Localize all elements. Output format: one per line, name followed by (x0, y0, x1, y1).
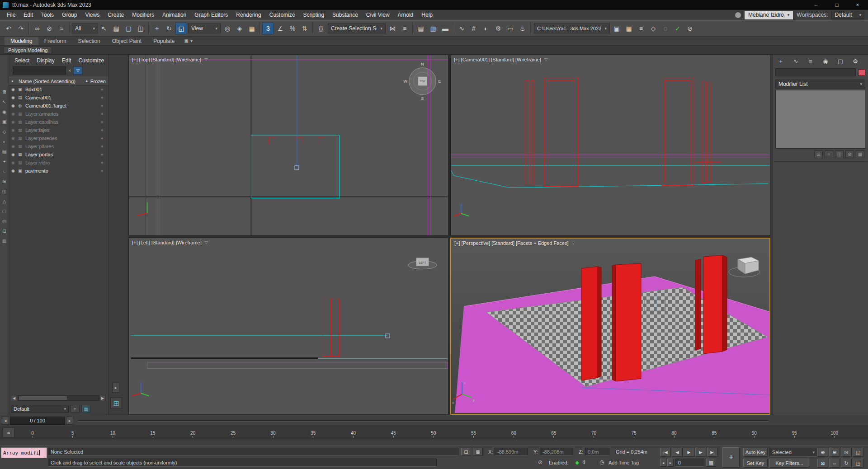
play-button[interactable]: ▶ (684, 448, 694, 457)
list-item[interactable]: ◉ ▦ Layer:pilares ∗ (9, 142, 108, 150)
x-coord-field[interactable]: -88,599m (495, 448, 528, 456)
filter-geometry-icon[interactable]: ▣ (1, 118, 8, 125)
visibility-eye-icon[interactable]: ◉ (11, 120, 18, 124)
viewport-perspective[interactable]: [+] [Perspective] [Standard] [Facets + E… (450, 238, 770, 415)
menu-item[interactable]: Customize (265, 12, 299, 18)
go-start-button[interactable]: |◀ (660, 448, 671, 457)
menu-item[interactable]: Civil View (362, 12, 394, 18)
list-item[interactable]: ◉ ▦ Layer:armarios ∗ (9, 110, 108, 118)
zoom-extents-icon[interactable]: ⊡ (841, 448, 852, 457)
menu-item[interactable]: Edit (19, 12, 37, 18)
frozen-state-icon[interactable]: ∗ (99, 87, 106, 92)
viewport-layout-2x2-button[interactable]: ⊞ (110, 397, 122, 409)
redo-icon[interactable]: ↷ (15, 23, 27, 34)
key-filters-button[interactable]: Key Filters... (769, 459, 809, 468)
ribbon-tab-populate[interactable]: Populate (147, 37, 180, 45)
viewport-top-label[interactable]: [+] [Top] [Standard] [Wireframe] (132, 57, 201, 62)
scrollbar-track[interactable] (18, 395, 99, 401)
verify-scene-icon[interactable]: ✓ (672, 23, 684, 34)
undo-icon[interactable]: ↶ (3, 23, 14, 34)
menu-item[interactable]: Animation (158, 12, 190, 18)
visibility-eye-icon[interactable]: ◉ (11, 160, 18, 165)
viewport-filter-icon[interactable]: ▽ (205, 240, 208, 245)
auto-key-button[interactable]: Auto Key (743, 448, 768, 457)
viewport-left[interactable]: [+] [Left] [Standard] [Wireframe] ▽ (128, 238, 448, 415)
modifier-stack[interactable] (775, 90, 865, 149)
maximize-viewport-icon[interactable]: ◳ (853, 459, 863, 468)
explorer-column-header[interactable]: ● Name (Sorted Ascending) ▲ Frozen (9, 77, 108, 85)
frozen-state-icon[interactable]: ∗ (99, 112, 106, 116)
edit-named-selections-icon[interactable]: {} (315, 23, 327, 34)
scrollbar-thumb[interactable] (19, 396, 67, 400)
layout-flyout-button[interactable]: ▸ (112, 383, 119, 393)
select-and-manipulate-icon[interactable]: ◈ (234, 23, 245, 34)
menu-item[interactable]: File (3, 12, 19, 18)
menu-item[interactable]: Arnold (394, 12, 418, 18)
add-time-tag[interactable]: Add Time Tag (609, 460, 639, 465)
list-item[interactable]: ◉ ◎ Camera001.Target ∗ (9, 102, 108, 110)
explorer-hscrollbar[interactable]: ◀ ▶ (11, 394, 106, 402)
ribbon-config-button[interactable]: ▣ ▾ (184, 37, 193, 45)
enabled-led-icon[interactable] (575, 461, 579, 465)
explorer-preset-select[interactable]: Default ▾ (11, 405, 69, 413)
selection-filter-select[interactable]: All ▾ (72, 23, 98, 33)
bind-to-spacewarp-icon[interactable]: ≈ (56, 23, 67, 34)
spinner-right-icon[interactable]: ▸ (667, 459, 674, 467)
spinner-left-icon[interactable]: ◂ (660, 459, 666, 467)
workspace-select[interactable]: Default ▾ (831, 11, 864, 19)
keyboard-shortcut-toggle-icon[interactable]: ▦ (706, 459, 716, 467)
rendered-frame-icon[interactable]: ▭ (505, 23, 516, 34)
ribbon-tab-modeling[interactable]: Modeling (5, 37, 38, 45)
pan-icon[interactable]: ⇔ (829, 459, 840, 468)
zoom-region-icon[interactable]: ⊠ (817, 459, 828, 468)
prev-frame-button[interactable]: ◀ (672, 448, 683, 457)
utilities-tab-icon[interactable]: ⚙ (851, 57, 860, 65)
menu-item[interactable]: Rendering (232, 12, 265, 18)
list-item[interactable]: ◉ ▣ pavimento ∗ (9, 167, 108, 175)
align-icon[interactable]: ≡ (399, 23, 410, 34)
frozen-state-icon[interactable]: ∗ (99, 152, 106, 157)
previous-frame-button[interactable]: ◂ (2, 417, 9, 425)
explorer-search-input[interactable] (13, 66, 66, 75)
visibility-eye-icon[interactable]: ◉ (11, 103, 18, 108)
asset-library-icon[interactable]: ▣ (611, 23, 623, 34)
spinner-snap-icon[interactable]: ⇅ (299, 23, 311, 34)
frozen-column-header[interactable]: Frozen (90, 79, 106, 84)
filter-spacewarps-icon[interactable]: ≈ (1, 168, 8, 175)
toggle-ribbon-icon[interactable]: ▬ (439, 23, 451, 34)
menu-item[interactable]: Help (417, 12, 437, 18)
menu-item[interactable]: Create (104, 12, 128, 18)
filter-xrefs-icon[interactable]: ◫ (1, 188, 8, 195)
list-item[interactable]: ◉ ▣ Box001 ∗ (9, 85, 108, 94)
pin-stack-icon[interactable]: ⊡ (814, 150, 823, 158)
viewport-filter-icon[interactable]: ▽ (204, 57, 208, 62)
explorer-filter-button[interactable]: ▽ (73, 66, 82, 75)
schematic-view-icon[interactable]: # (468, 23, 480, 34)
frozen-state-icon[interactable]: ∗ (99, 136, 106, 141)
prune-scene-icon[interactable]: ⊘ (684, 23, 696, 34)
toggle-scene-explorer-icon[interactable]: ▤ (415, 23, 427, 34)
list-item[interactable]: ◉ ▦ Layer:portas ∗ (9, 150, 108, 159)
open-container-icon[interactable]: ▦ (623, 23, 635, 34)
go-end-button[interactable]: ▶| (707, 448, 718, 457)
unlink-selection-icon[interactable]: ⊘ (43, 23, 55, 34)
toggle-layer-explorer-icon[interactable]: ▥ (427, 23, 439, 34)
select-and-rotate-icon[interactable]: ↻ (163, 23, 175, 34)
visibility-eye-icon[interactable]: ◉ (11, 87, 18, 92)
selection-lock-icon[interactable]: ⊠ (473, 448, 483, 456)
minimize-button[interactable]: – (806, 0, 826, 10)
render-production-icon[interactable]: ♨ (517, 23, 528, 34)
viewport-camera[interactable]: [+] [Camera001] [Standard] [Wireframe] ▽ (450, 55, 770, 236)
display-tab-icon[interactable]: ▢ (836, 57, 845, 65)
frozen-state-icon[interactable]: ∗ (99, 169, 106, 173)
zoom-icon[interactable]: ⊕ (817, 448, 828, 457)
percent-snap-icon[interactable]: % (287, 23, 298, 34)
current-frame-field[interactable]: 0 (675, 459, 704, 467)
select-and-link-icon[interactable]: ∞ (31, 23, 43, 34)
show-end-result-icon[interactable]: ≈ (825, 150, 833, 158)
explorer-menu[interactable]: Display (33, 57, 58, 64)
frozen-state-icon[interactable]: ∗ (99, 103, 106, 108)
state-sets-icon[interactable]: ≡ (635, 23, 647, 34)
frame-ruler[interactable]: 0510152025303540455055606570758085909510… (26, 427, 841, 438)
scroll-left-icon[interactable]: ◀ (11, 395, 17, 401)
